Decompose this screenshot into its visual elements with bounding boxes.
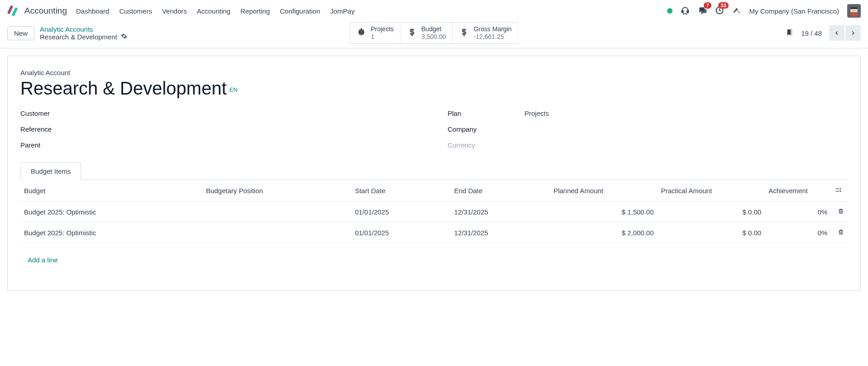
svg-point-6 bbox=[686, 13, 687, 14]
app-logo-icon[interactable] bbox=[7, 5, 18, 16]
plan-field[interactable]: Projects bbox=[525, 109, 549, 117]
record-title[interactable]: Research & Development bbox=[20, 78, 227, 99]
cell-practical[interactable]: $ 0.00 bbox=[658, 223, 765, 243]
table-row[interactable]: Budget 2025: Optimistic 01/01/2025 12/31… bbox=[20, 223, 848, 243]
stat-budget-value: 3,500.00 bbox=[421, 33, 446, 41]
column-settings-icon[interactable] bbox=[831, 180, 848, 202]
plan-label: Plan bbox=[448, 109, 506, 117]
form-sheet: Analytic Account Research & DevelopmentE… bbox=[7, 56, 861, 291]
currency-label: Currency bbox=[448, 141, 506, 149]
cell-start[interactable]: 01/01/2025 bbox=[351, 223, 450, 243]
svg-rect-1 bbox=[12, 7, 18, 16]
tabs: Budget Items bbox=[20, 162, 848, 180]
stat-margin-label: Gross Margin bbox=[474, 25, 512, 33]
add-line-button[interactable]: Add a line bbox=[24, 250, 844, 270]
table-row[interactable]: Budget 2025: Optimistic 01/01/2025 12/31… bbox=[20, 202, 848, 223]
parent-label: Parent bbox=[20, 141, 79, 149]
chat-icon[interactable]: 7 bbox=[698, 6, 707, 16]
dollar-icon bbox=[459, 28, 469, 39]
col-end[interactable]: End Date bbox=[451, 180, 550, 202]
nav-reporting[interactable]: Reporting bbox=[240, 7, 270, 15]
stat-margin[interactable]: Gross Margin-12,661.25 bbox=[453, 22, 519, 44]
svg-point-4 bbox=[683, 13, 684, 14]
company-switcher[interactable]: My Company (San Francisco) bbox=[749, 7, 839, 15]
cell-position[interactable] bbox=[202, 223, 351, 243]
user-avatar[interactable] bbox=[847, 4, 861, 18]
nav-accounting[interactable]: Accounting bbox=[197, 7, 230, 15]
stat-margin-value: -12,661.25 bbox=[474, 33, 512, 41]
stat-projects[interactable]: Projects1 bbox=[349, 22, 401, 44]
nav-dashboard[interactable]: Dashboard bbox=[76, 7, 109, 15]
dollar-icon bbox=[407, 28, 417, 39]
stat-budget-label: Budget bbox=[421, 25, 446, 33]
delete-row-icon[interactable] bbox=[831, 223, 848, 243]
cell-planned[interactable]: $ 2,000.00 bbox=[550, 223, 658, 243]
pager-prev-button[interactable] bbox=[829, 25, 844, 41]
breadcrumb-parent[interactable]: Analytic Accounts bbox=[40, 25, 127, 33]
tools-icon[interactable] bbox=[732, 6, 741, 16]
svg-rect-2 bbox=[682, 10, 683, 13]
col-practical[interactable]: Practical Amount bbox=[658, 180, 765, 202]
cell-start[interactable]: 01/01/2025 bbox=[351, 202, 450, 223]
budget-table: Budget Budgetary Position Start Date End… bbox=[20, 180, 848, 276]
language-badge[interactable]: EN bbox=[229, 86, 238, 93]
activity-badge: 33 bbox=[718, 2, 728, 9]
delete-row-icon[interactable] bbox=[831, 202, 848, 223]
col-position[interactable]: Budgetary Position bbox=[202, 180, 351, 202]
content: Analytic Account Research & DevelopmentE… bbox=[0, 48, 868, 298]
bookmark-icon[interactable] bbox=[786, 29, 794, 38]
top-nav: Accounting Dashboard Customers Vendors A… bbox=[0, 0, 868, 22]
nav-jompay[interactable]: JomPay bbox=[330, 7, 354, 15]
nav-menu: Dashboard Customers Vendors Accounting R… bbox=[76, 7, 355, 15]
svg-point-5 bbox=[685, 13, 685, 14]
company-label: Company bbox=[448, 125, 506, 133]
chat-badge: 7 bbox=[704, 2, 711, 9]
control-panel: New Analytic Accounts Research & Develop… bbox=[0, 22, 868, 48]
breadcrumb: Analytic Accounts Research & Development bbox=[40, 25, 127, 41]
cell-budget[interactable]: Budget 2025: Optimistic bbox=[20, 202, 202, 223]
pager[interactable]: 19 / 48 bbox=[801, 29, 822, 37]
svg-rect-10 bbox=[850, 7, 858, 9]
cell-budget[interactable]: Budget 2025: Optimistic bbox=[20, 223, 202, 243]
nav-configuration[interactable]: Configuration bbox=[280, 7, 320, 15]
breadcrumb-current: Research & Development bbox=[40, 33, 117, 41]
stat-projects-label: Projects bbox=[371, 25, 394, 33]
stat-buttons: Projects1 Budget3,500.00 Gross Margin-12… bbox=[349, 22, 518, 44]
cell-position[interactable] bbox=[202, 202, 351, 223]
col-budget[interactable]: Budget bbox=[20, 180, 202, 202]
svg-rect-0 bbox=[7, 5, 14, 14]
activity-icon[interactable]: 33 bbox=[715, 6, 724, 16]
svg-point-13 bbox=[852, 10, 853, 11]
pager-next-button[interactable] bbox=[845, 25, 861, 41]
cell-end[interactable]: 12/31/2025 bbox=[451, 223, 550, 243]
phone-icon[interactable] bbox=[681, 6, 690, 16]
new-button[interactable]: New bbox=[7, 26, 34, 40]
stat-projects-value: 1 bbox=[371, 33, 394, 41]
reference-label: Reference bbox=[20, 125, 79, 133]
gear-icon[interactable] bbox=[121, 33, 127, 41]
col-start[interactable]: Start Date bbox=[351, 180, 450, 202]
nav-customers[interactable]: Customers bbox=[119, 7, 152, 15]
title-field-label: Analytic Account bbox=[20, 69, 848, 76]
cell-planned[interactable]: $ 1,500.00 bbox=[550, 202, 658, 223]
cell-end[interactable]: 12/31/2025 bbox=[451, 202, 550, 223]
customer-label: Customer bbox=[20, 109, 79, 117]
col-achievement[interactable]: Achievement bbox=[765, 180, 831, 202]
col-planned[interactable]: Planned Amount bbox=[550, 180, 658, 202]
cell-achievement: 0% bbox=[765, 202, 831, 223]
nav-vendors[interactable]: Vendors bbox=[162, 7, 187, 15]
puzzle-icon bbox=[356, 28, 366, 39]
svg-point-14 bbox=[855, 10, 856, 11]
svg-rect-15 bbox=[850, 13, 858, 17]
status-indicator-icon[interactable] bbox=[667, 8, 672, 14]
app-name[interactable]: Accounting bbox=[24, 6, 67, 16]
cell-practical[interactable]: $ 0.00 bbox=[658, 202, 765, 223]
cell-achievement: 0% bbox=[765, 223, 831, 243]
stat-budget[interactable]: Budget3,500.00 bbox=[401, 22, 453, 44]
tab-budget-items[interactable]: Budget Items bbox=[20, 162, 81, 180]
svg-rect-3 bbox=[687, 10, 688, 13]
form-grid: Customer PlanProjects Reference Company … bbox=[20, 109, 848, 149]
